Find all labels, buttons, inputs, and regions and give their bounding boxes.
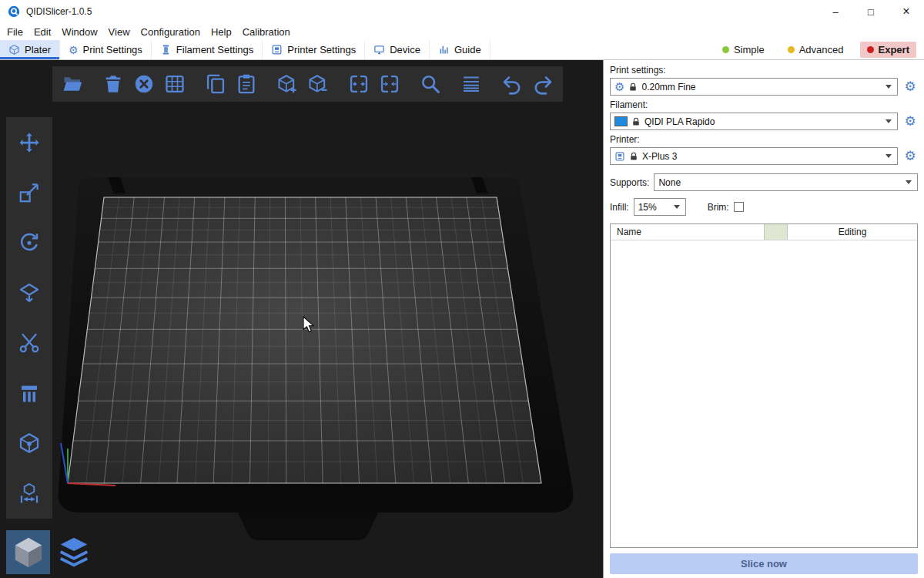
mode-advanced[interactable]: Advanced: [781, 42, 851, 58]
redo-icon: [532, 73, 554, 95]
tab-guide-label: Guide: [454, 44, 481, 55]
filament-combo[interactable]: QIDI PLA Rapido: [610, 113, 898, 130]
maximize-button[interactable]: □: [853, 0, 889, 23]
tab-device[interactable]: Device: [365, 40, 430, 59]
redo-button[interactable]: [527, 69, 558, 99]
arrange-button[interactable]: [159, 69, 190, 99]
split-parts-button[interactable]: [374, 69, 405, 99]
right-panel: Print settings: ⚙ 0.20mm Fine ⚙ Filament…: [603, 60, 924, 578]
open-project-button[interactable]: [57, 69, 88, 99]
seam-button[interactable]: [13, 427, 45, 459]
tab-bar: Plater ⚙ Print Settings Filament Setting…: [0, 40, 924, 60]
print-settings-gear-button[interactable]: ⚙: [902, 80, 918, 93]
open-folder-icon: [62, 73, 83, 95]
bed-front-lip: [238, 512, 378, 540]
mode-advanced-label: Advanced: [799, 44, 844, 55]
copy-button[interactable]: [200, 69, 231, 99]
chevron-down-icon: [886, 85, 892, 89]
place-on-face-button[interactable]: [13, 277, 45, 309]
tab-filament-settings[interactable]: Filament Settings: [152, 40, 263, 59]
preview-view-toggle[interactable]: [52, 530, 95, 574]
trash-icon: [102, 73, 124, 95]
add-instance-button[interactable]: [272, 69, 303, 99]
delete-all-button[interactable]: [129, 69, 159, 99]
3d-cube-icon: [11, 535, 46, 570]
view-toggles: [6, 530, 95, 574]
minimize-button[interactable]: –: [818, 0, 853, 23]
supports-label: Supports:: [610, 177, 649, 188]
editor-view-toggle[interactable]: [6, 530, 50, 574]
printer-combo[interactable]: X-Plus 3: [610, 147, 898, 165]
filament-gear-button[interactable]: ⚙: [902, 115, 918, 128]
object-list-header: Name Editing: [611, 224, 917, 240]
left-toolbar: [6, 117, 52, 519]
printer-settings-icon: [271, 44, 283, 55]
move-icon: [18, 131, 41, 154]
app-window: QIDISlicer-1.0.5 – □ × File Edit Window …: [0, 0, 924, 578]
mode-expert[interactable]: Expert: [860, 42, 916, 58]
cube-plus-icon: [276, 73, 298, 95]
split-objects-icon: [348, 73, 370, 95]
variable-layer-height-button[interactable]: [456, 69, 487, 99]
device-icon: [373, 44, 385, 55]
supports-combo[interactable]: None: [654, 173, 918, 191]
delete-button[interactable]: [98, 69, 129, 99]
print-settings-combo[interactable]: ⚙ 0.20mm Fine: [610, 78, 898, 96]
variable-layer-height-icon: [460, 73, 482, 95]
gear-icon: ⚙: [614, 81, 624, 92]
menu-edit[interactable]: Edit: [28, 26, 56, 38]
measure-button[interactable]: [13, 477, 45, 509]
column-header-editing: Editing: [788, 224, 917, 240]
scale-icon: [18, 181, 41, 204]
rotate-icon: [18, 231, 41, 254]
split-objects-button[interactable]: [343, 69, 374, 99]
search-button[interactable]: [415, 69, 446, 99]
cut-button[interactable]: [13, 327, 45, 359]
arrange-grid-icon: [164, 73, 186, 95]
scale-button[interactable]: [13, 176, 45, 209]
measure-icon: [18, 482, 41, 505]
object-list-body[interactable]: [611, 240, 917, 547]
tab-guide[interactable]: Guide: [430, 40, 490, 59]
lock-icon: [631, 117, 641, 126]
tab-print-settings[interactable]: ⚙ Print Settings: [60, 40, 152, 59]
app-logo-icon: [8, 5, 20, 18]
tab-printer-settings-label: Printer Settings: [287, 44, 356, 55]
paste-button[interactable]: [231, 69, 262, 99]
search-icon: [420, 73, 441, 95]
menu-help[interactable]: Help: [206, 26, 237, 38]
tab-printer-settings[interactable]: Printer Settings: [263, 40, 365, 59]
seam-icon: [18, 432, 41, 455]
menu-file[interactable]: File: [2, 26, 28, 38]
simple-mode-dot-icon: [722, 46, 729, 53]
tab-device-label: Device: [390, 44, 420, 55]
menu-configuration[interactable]: Configuration: [136, 26, 206, 38]
remove-instance-button[interactable]: [303, 69, 333, 99]
tab-print-settings-label: Print Settings: [83, 44, 142, 55]
supports-icon: [18, 381, 41, 405]
filament-settings-icon: [160, 44, 172, 55]
close-button[interactable]: ×: [889, 0, 924, 23]
slice-now-button[interactable]: Slice now: [610, 553, 918, 574]
paint-supports-button[interactable]: [13, 377, 45, 409]
3d-viewport[interactable]: [0, 60, 603, 578]
menu-window[interactable]: Window: [56, 26, 102, 38]
window-title: QIDISlicer-1.0.5: [26, 6, 92, 17]
menu-calibration[interactable]: Calibration: [237, 26, 296, 38]
print-settings-value: 0.20mm Fine: [641, 82, 882, 92]
tab-plater[interactable]: Plater: [0, 40, 60, 59]
filament-value: QIDI PLA Rapido: [644, 116, 882, 127]
lock-icon: [628, 82, 638, 92]
undo-button[interactable]: [497, 69, 527, 99]
brim-checkbox[interactable]: [734, 202, 744, 212]
mode-simple[interactable]: Simple: [715, 42, 772, 58]
tab-plater-label: Plater: [25, 44, 51, 55]
rotate-button[interactable]: [13, 227, 45, 259]
menu-view[interactable]: View: [103, 26, 136, 38]
infill-combo[interactable]: 15%: [634, 198, 686, 216]
column-header-extruder: [765, 224, 788, 240]
print-settings-icon: ⚙: [69, 45, 79, 55]
move-button[interactable]: [13, 126, 45, 159]
chevron-down-icon: [886, 154, 892, 158]
printer-gear-button[interactable]: ⚙: [902, 150, 918, 163]
